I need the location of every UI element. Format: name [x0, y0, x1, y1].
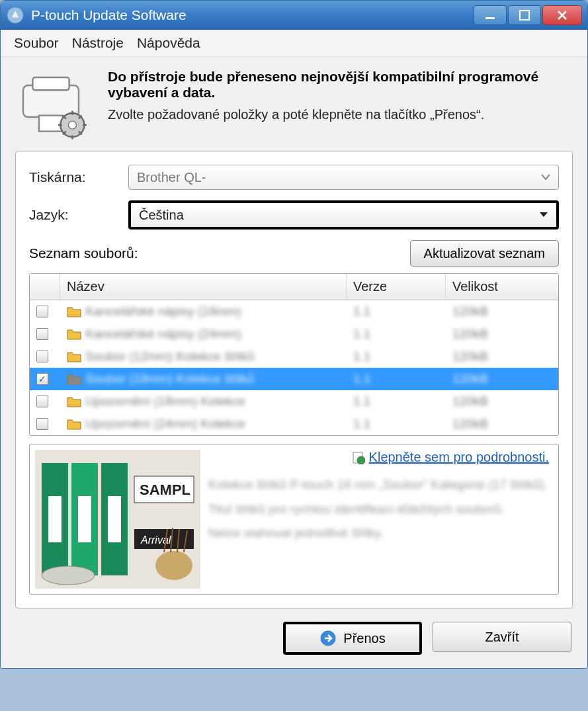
detail-text: Kolekce štítků P-touch 18 mm „Soubor“ Ka… — [208, 450, 553, 589]
svg-rect-2 — [520, 11, 529, 20]
row-version: 1.1 — [353, 372, 370, 386]
language-label: Jazyk: — [29, 207, 128, 223]
row-version: 1.1 — [353, 327, 370, 341]
details-link[interactable]: Klepněte sem pro podrobnosti. — [352, 450, 549, 465]
row-checkbox[interactable] — [36, 351, 48, 362]
col-size[interactable]: Velikost — [446, 274, 558, 300]
row-checkbox[interactable] — [36, 306, 48, 317]
printer-row: Tiskárna: Brother QL- — [29, 165, 559, 190]
language-value: Čeština — [139, 208, 184, 223]
language-row: Jazyk: Čeština — [29, 200, 559, 230]
close-icon — [556, 9, 568, 21]
chevron-down-icon — [541, 174, 550, 181]
arrow-right-circle-icon — [319, 630, 337, 647]
svg-point-34 — [42, 566, 95, 585]
row-version: 1.1 — [353, 394, 370, 409]
folder-icon — [67, 396, 81, 407]
transfer-button[interactable]: Přenos — [283, 622, 422, 655]
printer-label: Tiskárna: — [29, 169, 128, 185]
printer-select[interactable]: Brother QL- — [128, 165, 559, 190]
row-name: Kancelářské nápisy (18mm) — [85, 304, 241, 319]
file-list-caption: Seznam souborů: — [29, 245, 138, 261]
window-title: P-touch Update Software — [31, 7, 474, 23]
svg-rect-24 — [108, 496, 121, 542]
minimize-button[interactable] — [474, 5, 507, 25]
header-row: Do přístroje bude přeneseno nejnovější k… — [15, 69, 573, 142]
printer-gear-icon — [15, 69, 95, 142]
menu-file[interactable]: Soubor — [14, 35, 59, 51]
row-size: 120kB — [452, 327, 488, 341]
row-checkbox[interactable] — [36, 396, 48, 407]
svg-rect-7 — [39, 116, 63, 132]
row-name: Soubor (18mm) Kolekce štítků — [85, 372, 255, 386]
svg-point-29 — [155, 551, 192, 580]
detail-line-1: Kolekce štítků P-touch 18 mm „Soubor“ Ka… — [208, 476, 553, 494]
table-row[interactable]: Upozornění (24mm) Kolekce1.1120kB — [30, 413, 558, 435]
folder-icon — [67, 306, 81, 317]
window-controls — [474, 5, 582, 25]
col-version[interactable]: Verze — [347, 274, 446, 300]
detail-panel: SAMPL Arrival Klepněte sem pro po — [29, 444, 559, 595]
menu-tools[interactable]: Nástroje — [72, 35, 124, 51]
table-row[interactable]: Kancelářské nápisy (18mm)1.1120kB — [30, 300, 558, 323]
folder-icon — [67, 351, 81, 362]
row-checkbox[interactable] — [36, 328, 48, 340]
row-version: 1.1 — [353, 349, 370, 364]
close-button[interactable] — [542, 5, 582, 25]
detail-thumbnail: SAMPL Arrival — [35, 450, 200, 589]
table-row[interactable]: Upozornění (18mm) Kolekce1.1120kB — [30, 390, 558, 413]
language-select[interactable]: Čeština — [128, 200, 559, 230]
refresh-list-button[interactable]: Aktualizovat seznam — [410, 240, 559, 267]
menu-help[interactable]: Nápověda — [137, 35, 200, 51]
file-list-header: Seznam souborů: Aktualizovat seznam — [29, 240, 559, 267]
header-text: Do přístroje bude přeneseno nejnovější k… — [108, 69, 573, 142]
row-size: 120kB — [452, 349, 488, 364]
printer-value: Brother QL- — [137, 170, 206, 185]
header-heading: Do přístroje bude přeneseno nejnovější k… — [108, 69, 573, 101]
svg-rect-22 — [48, 496, 62, 542]
table-row[interactable]: Kancelářské nápisy (24mm)1.1120kB — [30, 323, 558, 345]
row-name: Kancelářské nápisy (24mm) — [85, 327, 241, 341]
row-size: 120kB — [452, 417, 488, 431]
svg-point-9 — [68, 121, 76, 129]
transfer-label: Přenos — [343, 631, 385, 646]
table-row[interactable]: Soubor (18mm) Kolekce štítků1.1120kB — [30, 368, 558, 390]
svg-rect-1 — [485, 17, 495, 19]
svg-rect-23 — [78, 496, 91, 542]
file-list-head: Název Verze Velikost — [30, 274, 558, 300]
file-list-body: Kancelářské nápisy (18mm)1.1120kBKancelá… — [30, 300, 558, 435]
table-row[interactable]: Soubor (12mm) Kolekce štítků1.1120kB — [30, 345, 558, 368]
row-version: 1.1 — [353, 417, 370, 431]
folder-icon — [67, 373, 81, 385]
minimize-icon — [484, 9, 496, 21]
app-icon — [6, 6, 24, 24]
maximize-button[interactable] — [508, 5, 541, 25]
svg-rect-6 — [32, 77, 69, 90]
row-checkbox[interactable] — [36, 418, 48, 430]
main-panel: Tiskárna: Brother QL- Jazyk: Čeština Sez… — [15, 151, 573, 608]
row-name: Upozornění (18mm) Kolekce — [85, 394, 245, 409]
titlebar: P-touch Update Software — [1, 1, 587, 30]
row-name: Upozornění (24mm) Kolekce — [85, 417, 245, 431]
menubar: Soubor Nástroje Nápověda — [1, 30, 587, 57]
col-name[interactable]: Název — [60, 274, 347, 300]
maximize-icon — [519, 9, 530, 21]
footer-buttons: Přenos Zavřít — [15, 622, 573, 656]
details-link-text: Klepněte sem pro podrobnosti. — [369, 450, 549, 465]
row-size: 120kB — [452, 304, 488, 319]
col-checkbox — [30, 274, 60, 300]
row-size: 120kB — [452, 372, 488, 386]
detail-line-3: Nelze stahovat jednotlivé štítky. — [208, 524, 553, 542]
file-list: Název Verze Velikost Kancelářské nápisy … — [29, 273, 559, 436]
detail-line-2: Titul štítků pro rychlou identifikaci dů… — [208, 501, 553, 519]
svg-point-36 — [357, 456, 365, 464]
folder-icon — [67, 328, 81, 340]
app-window: P-touch Update Software Soubor Nástroje … — [0, 0, 588, 669]
row-name: Soubor (12mm) Kolekce štítků — [85, 349, 255, 364]
content-area: Do přístroje bude přeneseno nejnovější k… — [1, 57, 587, 668]
svg-text:SAMPL: SAMPL — [140, 481, 190, 498]
row-checkbox[interactable] — [36, 373, 48, 385]
folder-icon — [67, 418, 81, 430]
row-version: 1.1 — [353, 304, 370, 319]
close-dialog-button[interactable]: Zavřít — [433, 622, 571, 652]
